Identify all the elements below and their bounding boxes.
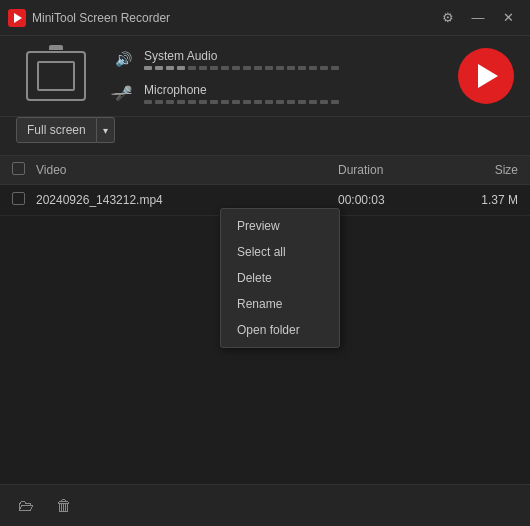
microphone-col: Microphone [144,83,339,104]
app-logo [8,9,26,27]
top-controls: 🔊 System Audio [0,36,530,117]
dot [331,100,339,104]
row-check-col [12,192,36,208]
dot [188,66,196,70]
dot [298,66,306,70]
dot [287,100,295,104]
row-checkbox[interactable] [12,192,25,205]
context-menu-open-folder[interactable]: Open folder [221,317,339,343]
titlebar: MiniTool Screen Recorder ⚙ — ✕ [0,0,530,36]
dot [243,100,251,104]
record-button[interactable] [458,48,514,104]
dot [331,66,339,70]
video-duration: 00:00:03 [338,193,448,207]
table-header: Video Duration Size [0,156,530,185]
dot [144,66,152,70]
dot [287,66,295,70]
dot [298,100,306,104]
table-area: Video Duration Size 20240926_143212.mp4 … [0,156,530,484]
audio-section: 🔊 System Audio [112,48,442,104]
delete-button[interactable]: 🗑 [50,492,78,520]
video-size: 1.37 M [448,193,518,207]
dot [210,100,218,104]
volume-icon: 🔊 [112,48,134,70]
header-check-col [12,162,36,178]
context-menu-preview[interactable]: Preview [221,213,339,239]
context-menu: Preview Select all Delete Rename Open fo… [220,208,340,348]
context-menu-rename[interactable]: Rename [221,291,339,317]
select-all-checkbox[interactable] [12,162,25,175]
context-menu-select-all[interactable]: Select all [221,239,339,265]
dot [155,100,163,104]
dot [155,66,163,70]
system-audio-row: 🔊 System Audio [112,48,442,70]
dot [166,66,174,70]
dot [254,100,262,104]
minimize-button[interactable]: — [464,7,492,29]
dot [320,100,328,104]
dot [177,66,185,70]
dot [309,66,317,70]
system-audio-col: System Audio [144,49,339,70]
dot [199,66,207,70]
dot [265,100,273,104]
dot [276,66,284,70]
duration-col-header: Duration [338,163,448,177]
dot [210,66,218,70]
dot [188,100,196,104]
dot [243,66,251,70]
dot [232,100,240,104]
dot [144,100,152,104]
dot [221,100,229,104]
close-button[interactable]: ✕ [494,7,522,29]
mic-icon: 🎤 ̶ [112,82,134,104]
window-controls: ⚙ — ✕ [434,7,522,29]
dot [309,100,317,104]
dot [232,66,240,70]
dot [276,100,284,104]
dot [199,100,207,104]
trash-icon: 🗑 [56,497,72,515]
capture-icon-area [16,51,96,101]
video-col-header: Video [36,163,338,177]
screen-icon [26,51,86,101]
fullscreen-button[interactable]: Full screen [16,117,97,143]
app-title: MiniTool Screen Recorder [32,11,434,25]
system-audio-dots [144,66,339,70]
microphone-row: 🎤 ̶ Microphone [112,82,442,104]
open-folder-button[interactable]: 🗁 [12,492,40,520]
dot [177,100,185,104]
fullscreen-dropdown[interactable]: ▾ [97,117,115,143]
bottom-bar: 🗁 🗑 [0,484,530,526]
size-col-header: Size [448,163,518,177]
settings-button[interactable]: ⚙ [434,7,462,29]
video-filename: 20240926_143212.mp4 [36,193,338,207]
screen-icon-inner [37,61,75,91]
fullscreen-row: Full screen ▾ [0,117,530,156]
folder-icon: 🗁 [18,497,34,515]
system-audio-label: System Audio [144,49,339,63]
main-area: 🔊 System Audio [0,36,530,526]
dot [166,100,174,104]
dot [320,66,328,70]
dot [265,66,273,70]
dot [221,66,229,70]
microphone-label: Microphone [144,83,339,97]
context-menu-delete[interactable]: Delete [221,265,339,291]
dot [254,66,262,70]
microphone-dots [144,100,339,104]
